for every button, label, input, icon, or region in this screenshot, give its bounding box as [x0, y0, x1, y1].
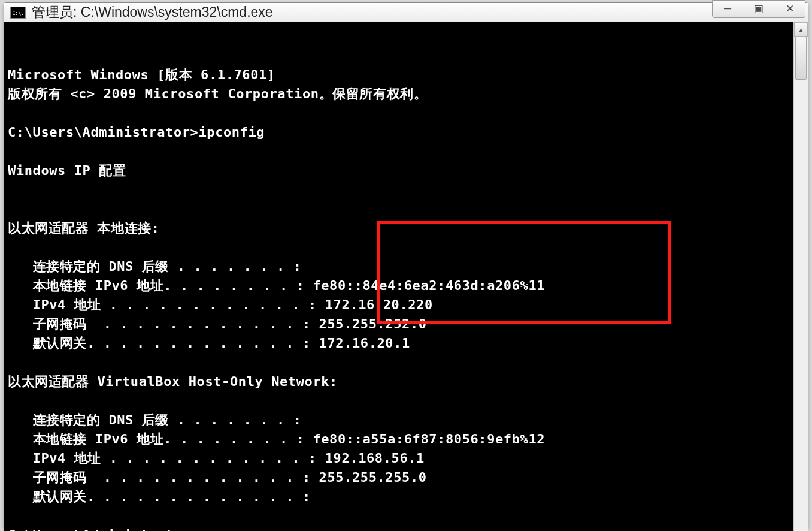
- console-line: 以太网适配器 VirtualBox Host-Only Network:: [8, 372, 793, 391]
- console-line: Windows IP 配置: [8, 161, 793, 180]
- console-line: 版权所有 <c> 2009 Microsoft Corporation。保留所有…: [8, 85, 793, 104]
- console-line: 本地链接 IPv6 地址. . . . . . . . : fe80::a55a…: [8, 430, 793, 449]
- maximize-button[interactable]: ▣: [743, 0, 774, 18]
- console-line: [8, 180, 793, 200]
- console-line: 连接特定的 DNS 后缀 . . . . . . . :: [8, 257, 793, 276]
- console-line: C:\Users\Administrator>: [8, 526, 793, 531]
- vertical-scrollbar[interactable]: ▲ ▼: [793, 22, 808, 531]
- console-line: 以太网适配器 本地连接:: [8, 219, 793, 238]
- cmd-window: C:\. 管理员: C:\Windows\system32\cmd.exe ─ …: [4, 2, 808, 529]
- console-line: [8, 104, 793, 123]
- console-line: [8, 391, 793, 411]
- console-output[interactable]: Microsoft Windows [版本 6.1.7601]版权所有 <c> …: [4, 22, 793, 531]
- console-line: [8, 353, 793, 372]
- scroll-thumb[interactable]: [795, 37, 807, 80]
- minimize-button[interactable]: ─: [712, 0, 743, 18]
- console-line: [8, 238, 793, 257]
- console-line: 子网掩码 . . . . . . . . . . . . : 255.255.2…: [8, 315, 793, 334]
- window-title: 管理员: C:\Windows\system32\cmd.exe: [32, 3, 712, 22]
- console-line: 默认网关. . . . . . . . . . . . . : 172.16.2…: [8, 334, 793, 353]
- console-line: [8, 200, 793, 219]
- console-line: Microsoft Windows [版本 6.1.7601]: [8, 65, 793, 85]
- console-line: 子网掩码 . . . . . . . . . . . . : 255.255.2…: [8, 468, 793, 487]
- console-line: C:\Users\Administrator>ipconfig: [8, 123, 793, 142]
- titlebar[interactable]: C:\. 管理员: C:\Windows\system32\cmd.exe ─ …: [4, 3, 808, 22]
- console-line: 默认网关. . . . . . . . . . . . . :: [8, 487, 793, 506]
- console-line: 连接特定的 DNS 后缀 . . . . . . . :: [8, 411, 793, 430]
- close-button[interactable]: ✕: [774, 0, 805, 18]
- console-line: [8, 506, 793, 526]
- window-controls: ─ ▣ ✕: [712, 0, 805, 18]
- client-area: Microsoft Windows [版本 6.1.7601]版权所有 <c> …: [4, 22, 808, 531]
- scroll-track[interactable]: [794, 37, 808, 531]
- console-line: IPv4 地址 . . . . . . . . . . . . : 192.16…: [8, 449, 793, 468]
- app-icon: C:\.: [10, 7, 26, 19]
- console-line: [8, 142, 793, 161]
- console-line: IPv4 地址 . . . . . . . . . . . . : 172.16…: [8, 295, 793, 315]
- console-line: 本地链接 IPv6 地址. . . . . . . . : fe80::84e4…: [8, 276, 793, 295]
- scroll-up-button[interactable]: ▲: [794, 22, 808, 37]
